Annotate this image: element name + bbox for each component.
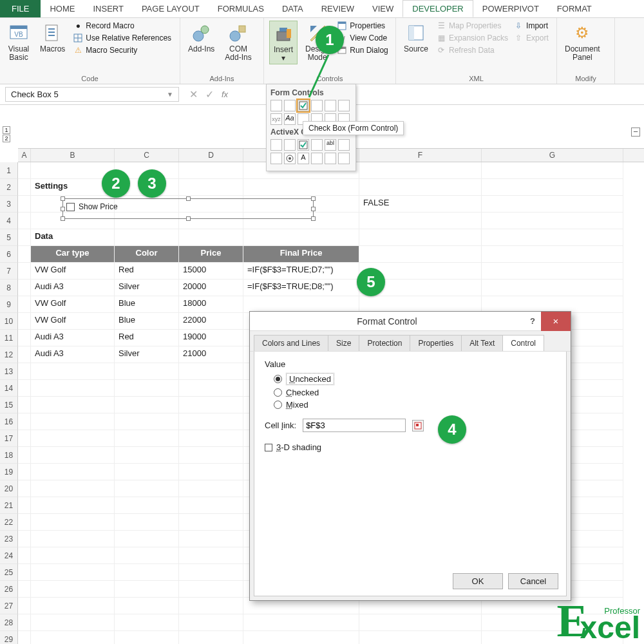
shading-checkbox[interactable]: 3-D shading — [265, 442, 556, 452]
ax-toggle-icon[interactable] — [325, 153, 336, 164]
view-code-button[interactable]: wView Code — [337, 33, 388, 43]
cell[interactable] — [179, 480, 243, 497]
cell[interactable] — [179, 564, 243, 581]
cell[interactable] — [18, 413, 31, 430]
cell[interactable] — [179, 363, 243, 380]
cell[interactable] — [18, 497, 31, 514]
cell[interactable] — [243, 229, 359, 246]
dlg-tab-colors[interactable]: Colors and Lines — [254, 335, 328, 351]
export-button[interactable]: ⇧Export — [513, 33, 549, 43]
ax-spin-icon[interactable] — [270, 153, 282, 164]
cell[interactable] — [31, 497, 115, 514]
cell[interactable] — [482, 263, 623, 279]
radio-checked[interactable]: Checked — [274, 388, 556, 397]
cell[interactable] — [18, 363, 31, 380]
cell[interactable] — [482, 246, 623, 263]
cell[interactable]: Silver — [115, 279, 179, 296]
cell[interactable] — [115, 480, 179, 497]
radio-mixed[interactable]: Mixed — [274, 400, 556, 410]
outline-level-1[interactable]: 1 — [3, 126, 10, 134]
visual-basic-button[interactable]: VB Visual Basic — [5, 21, 32, 63]
cell[interactable]: Final Price — [243, 246, 359, 263]
ax-list-icon[interactable] — [311, 139, 323, 151]
collapse-group-button[interactable]: − — [631, 128, 640, 137]
cell[interactable] — [179, 397, 243, 413]
cell[interactable] — [179, 614, 243, 631]
cell[interactable] — [179, 598, 243, 614]
cell[interactable] — [18, 447, 31, 464]
cell[interactable] — [31, 581, 115, 598]
cell[interactable] — [18, 564, 31, 581]
use-relative-button[interactable]: Use Relative References — [73, 33, 171, 43]
cell[interactable]: Data — [31, 229, 115, 246]
cell[interactable] — [18, 213, 31, 229]
cell[interactable] — [18, 162, 31, 179]
cell[interactable] — [31, 162, 115, 179]
cell[interactable]: Color — [115, 246, 179, 263]
macro-security-button[interactable]: ⚠Macro Security — [73, 45, 171, 55]
tab-review[interactable]: REVIEW — [312, 0, 363, 17]
cancel-button[interactable]: Cancel — [508, 573, 558, 589]
cell[interactable] — [179, 380, 243, 397]
cell[interactable] — [115, 447, 179, 464]
row-header[interactable]: 10 — [0, 313, 18, 330]
range-picker-button[interactable] — [412, 420, 424, 431]
cell[interactable]: Blue — [115, 313, 179, 330]
cell[interactable] — [243, 614, 359, 631]
combo-control-icon[interactable] — [284, 100, 296, 111]
ax-image-icon[interactable] — [311, 153, 323, 164]
dlg-tab-size[interactable]: Size — [328, 335, 359, 351]
row-header[interactable]: 13 — [0, 363, 18, 380]
cell[interactable] — [31, 614, 115, 631]
cell[interactable] — [115, 397, 179, 413]
cell[interactable] — [179, 229, 243, 246]
dialog-close-button[interactable]: × — [541, 312, 571, 331]
cell[interactable]: FALSE — [359, 196, 482, 213]
run-dialog-button[interactable]: Run Dialog — [337, 45, 388, 55]
cell[interactable] — [179, 581, 243, 598]
cell[interactable] — [18, 430, 31, 447]
cell[interactable] — [179, 514, 243, 531]
cell[interactable] — [18, 263, 31, 279]
cell[interactable] — [115, 581, 179, 598]
cell[interactable] — [18, 313, 31, 330]
dialog-help-button[interactable]: ? — [524, 316, 541, 326]
cell[interactable] — [115, 380, 179, 397]
row-header[interactable]: 21 — [0, 497, 18, 514]
cell[interactable] — [31, 531, 115, 547]
row-header[interactable]: 5 — [0, 229, 18, 246]
cell[interactable]: 19000 — [179, 330, 243, 346]
row-header[interactable]: 2 — [0, 179, 18, 196]
cell[interactable] — [18, 614, 31, 631]
map-properties-button[interactable]: ☰Map Properties — [436, 21, 508, 31]
cell[interactable] — [115, 413, 179, 430]
cell[interactable] — [179, 631, 243, 644]
row-header[interactable]: 8 — [0, 279, 18, 296]
cell[interactable]: =IF($F$3=TRUE;D7;"") — [243, 263, 359, 279]
cell[interactable] — [179, 464, 243, 480]
expansion-packs-button[interactable]: ▦Expansion Packs — [436, 33, 508, 43]
cell[interactable] — [482, 279, 623, 296]
cell[interactable]: 21000 — [179, 346, 243, 363]
tab-file[interactable]: FILE — [0, 0, 41, 17]
cell[interactable]: Audi A3 — [31, 330, 115, 346]
cell[interactable]: VW Golf — [31, 263, 115, 279]
cell-link-input[interactable] — [303, 419, 406, 432]
cell[interactable] — [482, 229, 623, 246]
name-box[interactable]: Check Box 5▼ — [5, 87, 179, 102]
record-macro-button[interactable]: ●Record Macro — [73, 21, 171, 31]
cell[interactable] — [115, 497, 179, 514]
row-header[interactable]: 26 — [0, 581, 18, 598]
cell[interactable] — [243, 631, 359, 644]
tab-insert[interactable]: INSERT — [84, 0, 132, 17]
tab-format[interactable]: FORMAT — [548, 0, 601, 17]
row-header[interactable]: 23 — [0, 531, 18, 547]
row-header[interactable]: 12 — [0, 346, 18, 363]
cell[interactable] — [18, 330, 31, 346]
addins-button[interactable]: Add-Ins — [185, 21, 217, 55]
cell[interactable] — [243, 179, 359, 196]
cell[interactable]: 15000 — [179, 263, 243, 279]
cell[interactable] — [31, 447, 115, 464]
row-header[interactable]: 22 — [0, 514, 18, 531]
com-addins-button[interactable]: COM Add-Ins — [222, 21, 254, 63]
